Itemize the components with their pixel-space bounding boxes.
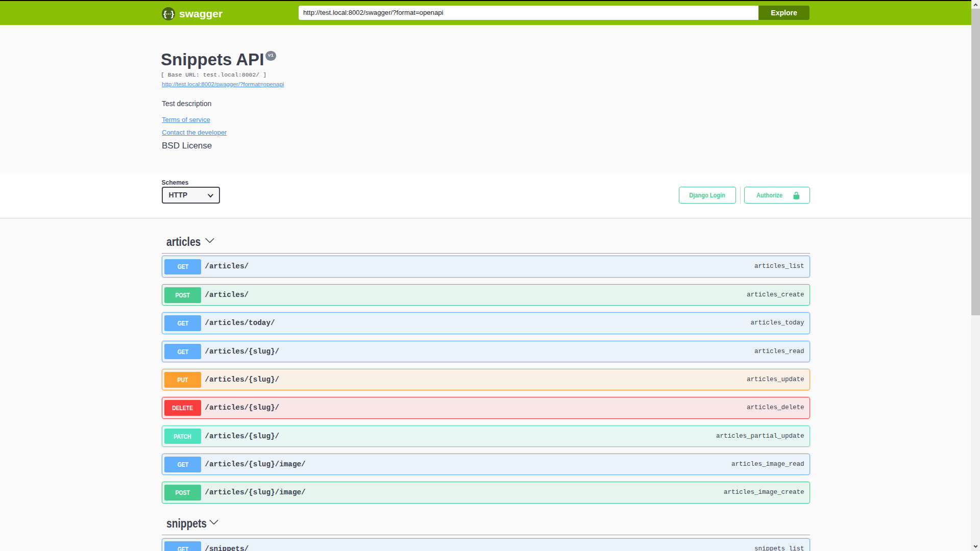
svg-text:}: } — [171, 9, 175, 19]
